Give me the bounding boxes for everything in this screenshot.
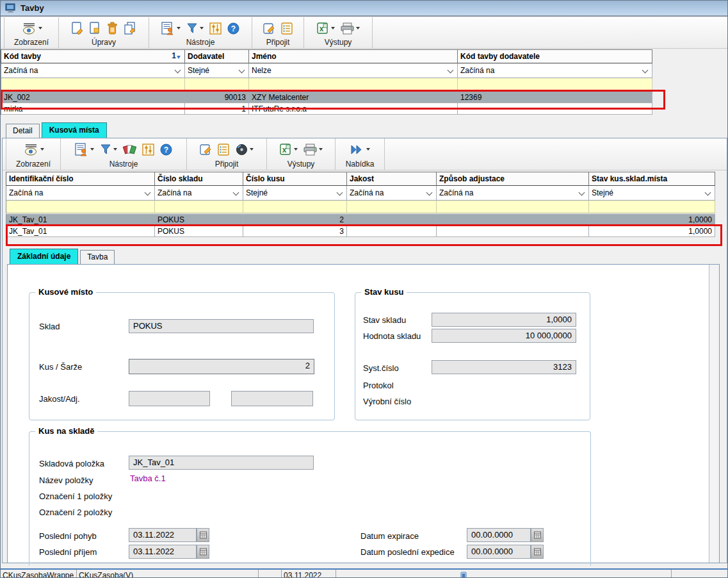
export-excel-button[interactable]: x	[317, 22, 335, 35]
grid1-row[interactable]: mirka 1 ITFutuRe s.r.o.a	[1, 103, 652, 115]
stav-skladu-field[interactable]: 1,0000	[432, 313, 576, 327]
help-button[interactable]: ?	[160, 144, 172, 156]
grid2-cell[interactable]: 2	[243, 214, 347, 226]
grid2-cell[interactable]: JK_Tav_01	[6, 226, 155, 237]
settings-button[interactable]	[142, 144, 154, 156]
grid1-filter-dropdown[interactable]: Stejné	[185, 63, 249, 78]
grid2-filter-input[interactable]	[243, 201, 347, 213]
grid1-cell[interactable]: 1	[185, 103, 249, 115]
record-list-button[interactable]	[161, 22, 181, 35]
grid2-cell[interactable]: 1,0000	[589, 214, 715, 226]
grid2-header-cislo-kusu[interactable]: Číslo kusu	[243, 172, 347, 186]
posledni-pohyb-date-field[interactable]: 03.11.2022	[129, 528, 197, 542]
tab-detail[interactable]: Detail	[6, 124, 40, 138]
grid2-header-jakost[interactable]: Jakost	[347, 172, 437, 186]
calendar-button[interactable]	[197, 545, 209, 559]
grid2-cell[interactable]	[437, 226, 589, 237]
syst-cislo-field[interactable]: 3123	[432, 360, 576, 374]
color-cards-button[interactable]	[123, 144, 136, 156]
calendar-button[interactable]	[531, 545, 544, 559]
grid1-header-kod-tavby-dodavatele[interactable]: Kód tavby dodavatele	[458, 49, 652, 63]
sklad-field[interactable]: POKUS	[129, 319, 314, 333]
posledni-prijem-date-field[interactable]: 03.11.2022	[129, 545, 197, 559]
edit-record-button[interactable]	[89, 22, 101, 35]
calendar-button[interactable]	[197, 528, 209, 542]
grid2-header-cislo-skladu[interactable]: Číslo skladu	[155, 172, 243, 186]
grid2-filter-dropdown[interactable]: Začíná na	[437, 186, 589, 201]
new-record-button[interactable]	[71, 22, 83, 35]
grid1-cell[interactable]: 12369	[458, 92, 652, 103]
grid2-filter-input[interactable]	[589, 201, 715, 213]
grid1-cell[interactable]: 90013	[185, 92, 249, 103]
attach-list-button[interactable]	[281, 22, 293, 35]
calendar-button[interactable]	[531, 528, 544, 542]
skladova-polozka-field[interactable]: JK_Tav_01	[129, 456, 314, 470]
grid2-cell[interactable]: 3	[243, 226, 347, 237]
tab-tavba[interactable]: Tavba	[80, 250, 115, 264]
jakost-field[interactable]	[129, 391, 210, 406]
print-button[interactable]	[303, 144, 323, 156]
grid1-header-jmeno[interactable]: Jméno	[249, 49, 458, 63]
grid1-row-selected[interactable]: JK_002 90013 XZY Metalcenter 12369	[1, 92, 652, 103]
grid2-header-stav-kus-sklad-mista[interactable]: Stav kus.sklad.místa	[589, 172, 715, 186]
grid1-filter-input[interactable]	[1, 78, 185, 91]
grid2-row-selected[interactable]: JK_Tav_01 POKUS 2 1,0000	[6, 214, 715, 226]
grid1-header-kod-tavby[interactable]: Kód tavby 1	[1, 49, 185, 63]
grid2-cell[interactable]: POKUS	[155, 226, 243, 237]
attach-list-button[interactable]	[218, 144, 230, 156]
copy-record-button[interactable]	[124, 22, 136, 35]
grid2-cell[interactable]: 1,0000	[589, 226, 715, 237]
tab-kusova-mista[interactable]: Kusová místa	[42, 122, 107, 138]
help-button[interactable]: ?	[227, 22, 239, 35]
grid2-filter-dropdown[interactable]: Začíná na	[155, 186, 243, 201]
grid1-header-dodavatel[interactable]: Dodavatel	[185, 49, 249, 63]
attach-note-button[interactable]	[200, 144, 212, 156]
grid1-cell[interactable]: ITFutuRe s.r.o.a	[249, 103, 458, 115]
attach-note-button[interactable]	[263, 22, 275, 35]
grid2-filter-input[interactable]	[155, 201, 243, 213]
adjustace-field[interactable]	[231, 391, 313, 406]
kus-sarze-field[interactable]: 2	[129, 359, 314, 374]
grid2-header-identifikacni-cislo[interactable]: Identifikační číslo	[6, 172, 155, 186]
view-menu-button[interactable]	[21, 22, 42, 35]
grid2-filter-input[interactable]	[6, 201, 155, 213]
settings-button[interactable]	[209, 22, 222, 35]
grid1-cell[interactable]	[458, 103, 652, 115]
view-menu-button[interactable]	[23, 144, 44, 156]
grid2-cell[interactable]: POKUS	[155, 214, 243, 226]
grid2-filter-dropdown[interactable]: Začíná na	[6, 186, 155, 201]
grid1-filter-input[interactable]	[249, 78, 458, 91]
filter-button[interactable]	[100, 144, 117, 155]
grid1-filter-dropdown[interactable]: Nelze	[249, 63, 458, 78]
datum-expirace-date-field[interactable]: 00.00.0000	[467, 528, 531, 542]
print-button[interactable]	[341, 22, 360, 35]
datum-posledni-expedice-date-field[interactable]: 00.00.0000	[467, 545, 531, 559]
grid2-filter-dropdown[interactable]: Začíná na	[347, 186, 437, 201]
vertical-scrollbar[interactable]	[709, 265, 719, 563]
grid1-filter-dropdown[interactable]: Začíná na	[458, 63, 652, 78]
grid2-cell[interactable]: JK_Tav_01	[6, 214, 155, 226]
export-excel-button[interactable]: x	[280, 144, 298, 156]
delete-record-button[interactable]	[107, 22, 118, 35]
grid2-filter-input[interactable]	[347, 201, 437, 213]
attach-media-button[interactable]	[236, 144, 254, 156]
grid2-filter-input[interactable]	[437, 201, 589, 213]
hodnota-skladu-field[interactable]: 10 000,0000	[432, 329, 576, 343]
grid2-cell[interactable]	[347, 214, 437, 226]
menu-button[interactable]	[350, 144, 370, 155]
tab-zakladni-udaje[interactable]: Základní údaje	[10, 249, 78, 264]
grid2-cell[interactable]	[437, 214, 589, 226]
grid2-row[interactable]: JK_Tav_01 POKUS 3 1,0000	[6, 226, 715, 237]
grid1-filter-input[interactable]	[458, 78, 652, 91]
filter-button[interactable]	[186, 22, 204, 34]
grid1-cell[interactable]: mirka	[1, 103, 185, 115]
grid1-cell[interactable]: XZY Metalcenter	[249, 92, 458, 103]
grid2-filter-dropdown[interactable]: Stejné	[243, 186, 347, 201]
record-list-button[interactable]	[75, 143, 94, 156]
grid1-cell[interactable]: JK_002	[1, 92, 185, 103]
grid1-filter-dropdown[interactable]: Začíná na	[1, 63, 185, 78]
grid1-filter-input[interactable]	[185, 78, 249, 91]
grid2-cell[interactable]	[347, 226, 437, 237]
grid2-header-zpusob-adjustace[interactable]: Způsob adjustace	[437, 172, 589, 186]
grid2-filter-dropdown[interactable]: Stejné	[589, 186, 715, 201]
